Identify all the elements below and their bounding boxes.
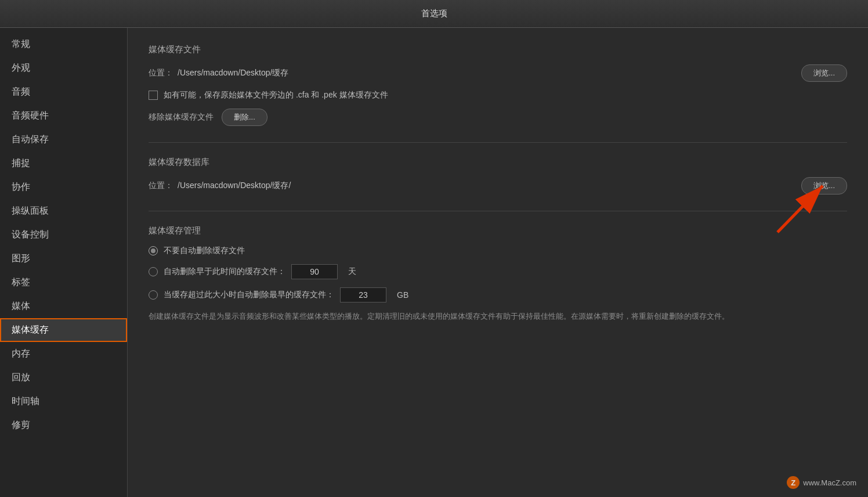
radio-option-2-icon[interactable] [149,267,158,276]
sidebar-item-audio[interactable]: 音频 [0,80,127,104]
title-bar: 首选项 [0,0,868,28]
radio-option-1-label: 不要自动删除缓存文件 [164,246,245,256]
days-input[interactable] [291,264,338,279]
sidebar-item-appearance[interactable]: 外观 [0,56,127,80]
sidebar-item-capture[interactable]: 捕捉 [0,152,127,175]
remove-cache-row: 移除媒体缓存文件 删除... [149,109,847,126]
sidebar-item-audio-hardware[interactable]: 音频硬件 [0,104,127,128]
delete-button[interactable]: 删除... [222,109,267,126]
divider-2 [149,211,847,211]
gb-unit: GB [397,290,408,300]
cache-db-browse-button[interactable]: 浏览... [801,177,847,195]
radio-option-3-icon[interactable] [149,290,158,300]
cache-files-location-label: 位置： [149,68,173,78]
content-area: 媒体缓存文件 位置： /Users/macdown/Desktop/缓存 浏览.… [128,28,868,497]
description-text: 创建媒体缓存文件是为显示音频波形和改善某些媒体类型的播放。定期清理旧的或未使用的… [149,311,847,323]
cache-db-location-row: 位置： /Users/macdown/Desktop/缓存/ 浏览... [149,177,847,195]
days-unit: 天 [348,266,356,277]
sidebar-item-general[interactable]: 常规 [0,33,127,56]
sidebar-item-timeline[interactable]: 时间轴 [0,390,127,413]
radio-option-1-icon[interactable] [149,246,158,255]
cache-db-location-value: /Users/macdown/Desktop/缓存/ [178,181,801,191]
checkbox-icon[interactable] [149,91,158,100]
checkbox-row: 如有可能，保存原始媒体文件旁边的 .cfa 和 .pek 媒体缓存文件 [149,90,847,100]
radio-option-2-label: 自动删除早于此时间的缓存文件： 天 [164,264,356,279]
cache-files-location-value: /Users/macdown/Desktop/缓存 [178,68,801,78]
sidebar: 常规外观音频音频硬件自动保存捕捉协作操纵面板设备控制图形标签媒体媒体缓存内存回放… [0,28,128,497]
sidebar-item-graphics[interactable]: 图形 [0,247,127,271]
media-cache-database-section: 媒体缓存数据库 位置： /Users/macdown/Desktop/缓存/ 浏… [149,157,847,195]
radio-option-3-label: 当缓存超过此大小时自动删除最早的缓存文件： GB [164,287,408,302]
radio-option-3-row: 当缓存超过此大小时自动删除最早的缓存文件： GB [149,287,847,302]
cache-files-location-row: 位置： /Users/macdown/Desktop/缓存 浏览... [149,64,847,82]
sidebar-item-memory[interactable]: 内存 [0,342,127,366]
sidebar-item-labels[interactable]: 标签 [0,271,127,294]
media-cache-database-title: 媒体缓存数据库 [149,157,847,168]
sidebar-item-media[interactable]: 媒体 [0,294,127,318]
radio-option-1-row: 不要自动删除缓存文件 [149,246,847,256]
media-cache-management-section: 媒体缓存管理 不要自动删除缓存文件 自动删除早于此时间的缓存文件： 天 当缓存超… [149,225,847,323]
watermark: Z www.MacZ.com [787,476,856,489]
main-container: 常规外观音频音频硬件自动保存捕捉协作操纵面板设备控制图形标签媒体媒体缓存内存回放… [0,28,868,497]
media-cache-management-title: 媒体缓存管理 [149,225,847,236]
watermark-text: www.MacZ.com [803,478,856,487]
window-title: 首选项 [421,8,447,19]
media-cache-files-section: 媒体缓存文件 位置： /Users/macdown/Desktop/缓存 浏览.… [149,44,847,126]
sidebar-item-media-cache[interactable]: 媒体缓存 [0,318,127,342]
sidebar-item-auto-save[interactable]: 自动保存 [0,128,127,152]
sidebar-item-device-control[interactable]: 设备控制 [0,223,127,247]
sidebar-item-trim[interactable]: 修剪 [0,413,127,437]
sidebar-item-collaboration[interactable]: 协作 [0,175,127,199]
sidebar-item-control-surface[interactable]: 操纵面板 [0,199,127,223]
media-cache-files-title: 媒体缓存文件 [149,44,847,55]
gb-input[interactable] [340,287,386,302]
remove-cache-label: 移除媒体缓存文件 [149,112,214,123]
cache-files-browse-button[interactable]: 浏览... [801,64,847,82]
radio-option-2-row: 自动删除早于此时间的缓存文件： 天 [149,264,847,279]
watermark-icon: Z [787,476,800,489]
checkbox-label: 如有可能，保存原始媒体文件旁边的 .cfa 和 .pek 媒体缓存文件 [164,90,388,100]
cache-db-location-label: 位置： [149,181,173,191]
sidebar-item-playback[interactable]: 回放 [0,366,127,390]
divider-1 [149,142,847,143]
